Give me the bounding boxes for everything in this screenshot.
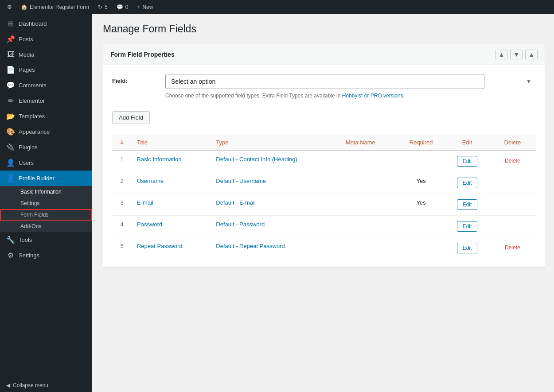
panel-controls: ▲ ▼ ▲ (495, 50, 538, 59)
sidebar-item-tools[interactable]: 🔧 Tools (0, 232, 92, 248)
submenu-item-basic-info[interactable]: Basic Information (0, 186, 92, 198)
submenu-item-add-ons[interactable]: Add-Ons (0, 221, 92, 232)
field-label: Field: (112, 74, 156, 84)
sidebar-label-settings: Settings (19, 252, 39, 259)
edit-button[interactable]: Edit (457, 156, 478, 167)
cell-num: 3 (112, 194, 132, 216)
sidebar-label-plugins: Plugins (19, 144, 38, 151)
plugins-icon: 🔌 (6, 143, 15, 151)
help-text-suffix: . (403, 93, 405, 99)
table-row: 1 Basic Information Default - Contact In… (112, 151, 536, 172)
sidebar: ⊞ Dashboard 📌 Posts 🖼 Media 📄 P (0, 14, 92, 392)
sidebar-label-posts: Posts (19, 36, 33, 43)
sidebar-menu: ⊞ Dashboard 📌 Posts 🖼 Media 📄 P (0, 14, 92, 263)
settings-icon: ⚙ (6, 251, 15, 260)
cell-edit: Edit (445, 216, 489, 237)
sidebar-item-appearance[interactable]: 🎨 Appearance (0, 124, 92, 140)
comments-icon: 💬 (117, 4, 123, 10)
help-link[interactable]: Hobbyist or PRO versions (342, 93, 403, 99)
sidebar-item-settings[interactable]: ⚙ Settings (0, 248, 92, 263)
cell-required: Yes (397, 172, 445, 194)
sidebar-item-comments[interactable]: 💬 Comments (0, 78, 92, 93)
cell-num: 2 (112, 172, 132, 194)
panel-title: Form Field Properties (110, 51, 175, 58)
site-name-item[interactable]: 🏠 Elementor Register Form (17, 0, 93, 14)
pages-icon: 📄 (6, 66, 15, 74)
delete-button[interactable]: Delete (501, 243, 524, 252)
sidebar-item-pages[interactable]: 📄 Pages (0, 62, 92, 78)
submenu-item-form-fields[interactable]: Form Fields (0, 209, 92, 221)
sidebar-label-media: Media (19, 51, 34, 58)
sidebar-label-tools: Tools (19, 237, 32, 243)
sidebar-item-media[interactable]: 🖼 Media (0, 47, 92, 62)
table-row: 4 Password Default - Password Edit (112, 216, 536, 237)
sidebar-item-posts[interactable]: 📌 Posts (0, 31, 92, 47)
updates-count: 5 (105, 4, 108, 10)
delete-button[interactable]: Delete (501, 156, 524, 166)
panel-collapse-button[interactable]: ▲ (525, 50, 538, 59)
users-icon: 👤 (6, 159, 15, 167)
elementor-icon: ✏ (6, 97, 15, 105)
select-wrapper: Select an option ▼ (165, 74, 536, 89)
main-content: Manage Form Fields Form Field Properties… (92, 14, 554, 392)
sidebar-label-templates: Templates (19, 113, 45, 120)
sidebar-item-profile-builder[interactable]: 👤 Profile Builder Basic Information Sett… (0, 171, 92, 232)
cell-title: E-mail (132, 194, 211, 216)
collapse-label: Collapse menu (13, 382, 48, 388)
profile-builder-submenu: Basic Information Settings Form Fields A… (0, 186, 92, 232)
edit-button[interactable]: Edit (457, 178, 478, 188)
add-field-button[interactable]: Add Field (112, 111, 150, 124)
cell-delete (489, 216, 536, 237)
media-icon: 🖼 (6, 50, 15, 58)
new-content-item[interactable]: + New (133, 0, 156, 14)
comments-item[interactable]: 💬 0 (113, 0, 132, 14)
cell-delete (489, 194, 536, 216)
form-field-properties-panel: Form Field Properties ▲ ▼ ▲ Field: Selec… (103, 44, 545, 268)
sidebar-item-plugins[interactable]: 🔌 Plugins (0, 140, 92, 155)
cell-type: Default - E-mail (211, 194, 340, 216)
edit-button[interactable]: Edit (457, 243, 478, 253)
page-title: Manage Form Fields (103, 23, 545, 35)
cell-edit: Edit (445, 237, 489, 259)
cell-title: Username (132, 172, 211, 194)
edit-button[interactable]: Edit (457, 199, 478, 210)
table-header-row: # Title Type Meta Name Required Edit Del… (112, 135, 536, 151)
panel-body: Field: Select an option ▼ Choose one of … (103, 65, 545, 268)
updates-item[interactable]: ↻ 5 (94, 0, 111, 14)
panel-up-button[interactable]: ▲ (495, 50, 507, 59)
table-row: 5 Repeat Password Default - Repeat Passw… (112, 237, 536, 259)
cell-meta-name (340, 172, 397, 194)
cell-delete (489, 172, 536, 194)
field-help-text: Choose one of the supported field types.… (165, 92, 484, 100)
wp-logo-item[interactable]: ⚙ (4, 0, 16, 14)
sidebar-item-dashboard[interactable]: ⊞ Dashboard (0, 16, 92, 31)
comments-nav-icon: 💬 (6, 81, 15, 89)
panel-down-button[interactable]: ▼ (510, 50, 523, 59)
cell-type: Default - Username (211, 172, 340, 194)
comments-count: 0 (125, 4, 129, 10)
plus-icon: + (137, 4, 140, 10)
chevron-down-icon: ▼ (526, 78, 531, 85)
cell-type: Default - Repeat Password (211, 237, 340, 259)
table-body: 1 Basic Information Default - Contact In… (112, 151, 536, 259)
col-header-required: Required (397, 135, 445, 151)
field-type-select[interactable]: Select an option (165, 74, 484, 89)
edit-button[interactable]: Edit (457, 221, 478, 232)
collapse-menu[interactable]: ◀ Collapse menu (0, 379, 92, 392)
sidebar-item-templates[interactable]: 📂 Templates (0, 109, 92, 124)
sidebar-item-users[interactable]: 👤 Users (0, 155, 92, 171)
sidebar-label-pages: Pages (19, 66, 35, 73)
cell-title: Repeat Password (132, 237, 211, 259)
profile-builder-icon: 👤 (6, 174, 15, 182)
cell-edit: Edit (445, 151, 489, 172)
cell-required (397, 151, 445, 172)
field-row: Field: Select an option ▼ Choose one of … (112, 74, 536, 100)
submenu-item-settings[interactable]: Settings (0, 198, 92, 209)
sidebar-label-profile-builder: Profile Builder (19, 175, 55, 182)
cell-type: Default - Contact Info (Heading) (211, 151, 340, 172)
sidebar-item-elementor[interactable]: ✏ Elementor (0, 93, 92, 109)
wp-logo-icon: ⚙ (7, 4, 12, 10)
cell-meta-name (340, 151, 397, 172)
cell-required (397, 216, 445, 237)
cell-num: 5 (112, 237, 132, 259)
